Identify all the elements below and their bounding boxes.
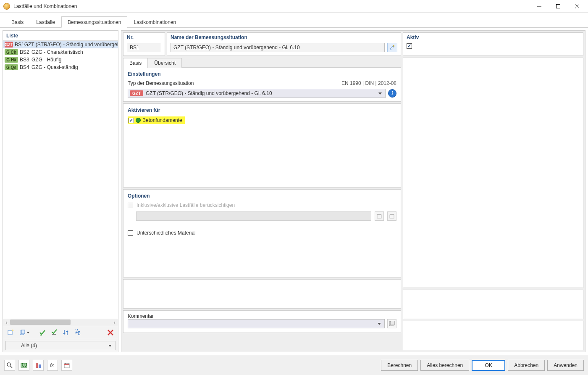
list-item[interactable]: G Ch BS2 GZG - Charakteristisch <box>3 48 118 56</box>
badge-gqs: G Qs <box>5 64 18 70</box>
comment-edit-button[interactable] <box>387 319 396 328</box>
sort-button[interactable] <box>61 328 71 337</box>
comment-select[interactable] <box>128 319 385 328</box>
option-inclusive-exclusive: Inklusive/exklusive Lastfälle berücksich… <box>128 202 396 208</box>
list-header: Liste <box>3 31 118 41</box>
info-panel-1 <box>403 290 583 319</box>
name-label: Name der Bemessungssituation <box>171 34 397 40</box>
aktiv-checkbox[interactable] <box>407 43 412 49</box>
activate-checkbox[interactable] <box>129 118 134 123</box>
window-title: Lastfälle und Kombinationen <box>13 3 530 9</box>
list-item-label: GZG - Charakteristisch <box>32 49 83 55</box>
option-checkbox[interactable] <box>128 230 133 236</box>
settings-header: Einstellungen <box>128 71 396 77</box>
horizontal-scrollbar[interactable]: ‹ › <box>3 319 118 326</box>
info-icon[interactable]: i <box>388 89 396 98</box>
svg-rect-9 <box>390 215 394 218</box>
comment-header: Kommentar <box>128 313 154 319</box>
preview-panel <box>403 58 583 288</box>
extra-panel <box>123 279 401 309</box>
sub-tab-uebersicht[interactable]: Übersicht <box>148 58 182 68</box>
svg-point-2 <box>12 330 13 331</box>
edit-name-button[interactable] <box>387 43 397 52</box>
type-badge: GZT <box>130 90 143 96</box>
svg-rect-12 <box>391 321 394 325</box>
svg-rect-7 <box>377 215 381 218</box>
tab-lastfaelle[interactable]: Lastfälle <box>30 16 61 28</box>
maximize-button[interactable] <box>549 0 567 12</box>
scroll-left-icon[interactable]: ‹ <box>3 319 10 326</box>
svg-rect-1 <box>8 330 12 335</box>
list-item[interactable]: GZT BS1 GZT (STR/GEO) - Ständig und vorü… <box>3 41 118 48</box>
list-item[interactable]: G Qs BS4 GZG - Quasi-ständig <box>3 63 118 71</box>
svg-rect-4 <box>21 330 25 334</box>
option-pick-button-2 <box>387 211 396 221</box>
tab-basis[interactable]: Basis <box>5 16 30 28</box>
norm-label: EN 1990 | DIN | 2012-08 <box>341 80 396 86</box>
scroll-right-icon[interactable]: › <box>111 319 118 326</box>
aktiv-label: Aktiv <box>407 34 580 40</box>
svg-rect-10 <box>390 214 394 215</box>
renumber-button[interactable]: 26 <box>73 328 83 337</box>
nr-input[interactable]: BS1 <box>127 43 161 52</box>
sub-tabs: Basis Übersicht <box>123 58 401 68</box>
badge-gzt: GZT <box>5 42 13 48</box>
activate-item-label: Betonfundamente <box>142 117 182 123</box>
list-item-label: GZG - Häufig <box>32 57 61 63</box>
list-item-label: GZG - Quasi-ständig <box>32 64 78 70</box>
badge-gha: G Hä <box>5 57 18 63</box>
options-panel: Optionen Inklusive/exklusive Lastfälle b… <box>123 189 401 277</box>
list-item-code: BS2 <box>20 49 32 55</box>
type-select[interactable]: GZT GZT (STR/GEO) - Ständig und vorüberg… <box>128 89 386 98</box>
info-panel-2 <box>403 321 583 350</box>
status-dot-icon <box>136 118 141 123</box>
list-pane: Liste GZT BS1 GZT (STR/GEO) - Ständig un… <box>3 30 118 352</box>
type-label: Typ der Bemessungssituation <box>128 80 194 86</box>
detail-pane: Nr. BS1 Name der Bemessungssituation GZT… <box>121 30 585 352</box>
option-checkbox-disabled <box>128 203 133 208</box>
aktiv-field-box: Aktiv <box>403 32 583 56</box>
option-different-material[interactable]: Unterschiedliches Material <box>128 230 396 236</box>
activate-item-betonfundamente[interactable]: Betonfundamente <box>128 116 185 124</box>
copy-item-button[interactable] <box>17 328 32 337</box>
list-toolbar: 26 <box>3 326 118 339</box>
comment-panel: Kommentar <box>123 310 401 333</box>
minimize-button[interactable] <box>530 0 549 12</box>
activate-panel: Aktivieren für Betonfundamente <box>123 103 401 188</box>
type-value: GZT (STR/GEO) - Ständig und vorübergehen… <box>146 90 272 96</box>
tab-bemessungssituationen[interactable]: Bemessungssituationen <box>61 16 127 28</box>
svg-rect-0 <box>556 4 560 8</box>
nr-label: Nr. <box>127 34 161 40</box>
new-item-button[interactable] <box>5 328 16 337</box>
option-label: Unterschiedliches Material <box>136 230 196 236</box>
check-all-button[interactable] <box>37 328 47 337</box>
svg-text:6: 6 <box>78 330 81 336</box>
filter-value: Alle (4) <box>21 343 37 349</box>
titlebar: Lastfälle und Kombinationen <box>0 0 588 13</box>
list-item-code: BS4 <box>20 64 32 70</box>
activate-header: Aktivieren für <box>128 107 396 113</box>
settings-panel: Einstellungen Typ der Bemessungssituatio… <box>123 68 401 102</box>
close-button[interactable] <box>567 0 586 12</box>
nr-field-box: Nr. BS1 <box>123 32 165 56</box>
sub-tab-basis[interactable]: Basis <box>123 58 148 68</box>
badge-gch: G Ch <box>5 49 18 55</box>
option-input-disabled <box>136 211 371 221</box>
main-tabs: Basis Lastfälle Bemessungssituationen La… <box>0 16 588 28</box>
filter-select[interactable]: Alle (4) <box>5 341 116 350</box>
list-item-code: BS1 <box>15 42 24 48</box>
name-input[interactable]: GZT (STR/GEO) - Ständig und vorübergehen… <box>171 43 385 52</box>
svg-rect-8 <box>377 214 381 215</box>
list-item-code: BS3 <box>20 57 32 63</box>
name-field-box: Name der Bemessungssituation GZT (STR/GE… <box>167 32 401 56</box>
detail-right-column <box>403 58 583 350</box>
list-item-label: GZT (STR/GEO) - Ständig und vorübergehen… <box>24 42 118 48</box>
tab-lastkombinationen[interactable]: Lastkombinationen <box>127 16 182 28</box>
uncheck-all-button[interactable] <box>49 328 59 337</box>
app-icon <box>3 3 10 10</box>
list-item[interactable]: G Hä BS3 GZG - Häufig <box>3 56 118 63</box>
list-area: GZT BS1 GZT (STR/GEO) - Ständig und vorü… <box>3 41 118 326</box>
delete-button[interactable] <box>105 328 116 337</box>
options-header: Optionen <box>128 193 396 199</box>
option-label: Inklusive/exklusive Lastfälle berücksich… <box>136 202 235 208</box>
